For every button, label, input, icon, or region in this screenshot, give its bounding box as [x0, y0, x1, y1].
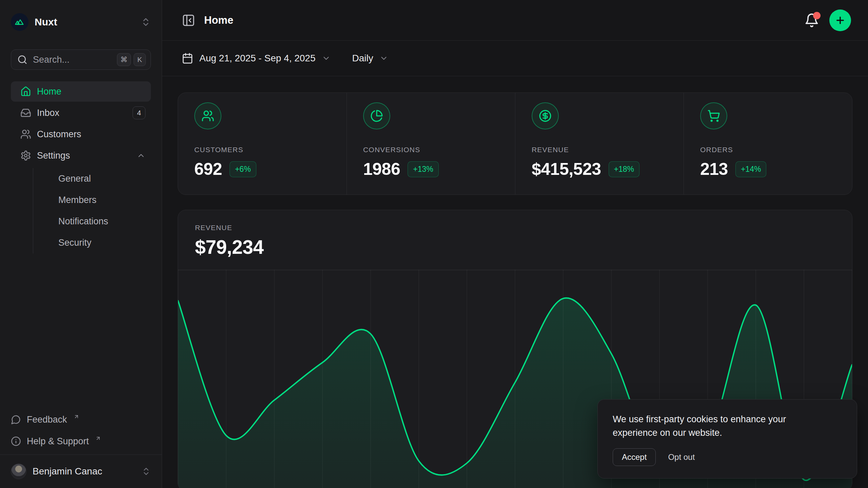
user-name: Benjamin Canac	[33, 466, 102, 477]
collapse-sidebar-icon[interactable]	[182, 14, 195, 27]
stat-label: CONVERSIONS	[363, 146, 499, 154]
users-icon	[20, 129, 31, 140]
cookie-actions: Accept Opt out	[613, 448, 842, 466]
stat-card-revenue[interactable]: REVENUE $415,523 +18%	[515, 93, 684, 195]
nuxt-logo	[11, 13, 28, 31]
granularity-value: Daily	[352, 53, 373, 64]
main-area: Home	[162, 0, 868, 488]
stat-delta-badge: +18%	[609, 161, 639, 177]
kbd-cmd: ⌘	[117, 53, 131, 66]
stat-value: 1986	[363, 159, 400, 179]
plus-icon	[835, 15, 846, 26]
stats-panel: CUSTOMERS 692 +6% CONVERSIONS 1986	[178, 93, 852, 195]
sidebar-nav: Home Inbox 4 C	[11, 81, 151, 253]
app-window: Nuxt Search... ⌘ K	[0, 0, 868, 488]
search-shortcut: ⌘ K	[117, 53, 146, 66]
stat-value: 692	[194, 159, 222, 179]
stat-card-conversions[interactable]: CONVERSIONS 1986 +13%	[347, 93, 515, 195]
granularity-select[interactable]: Daily	[352, 53, 388, 64]
kbd-k: K	[134, 53, 146, 66]
notifications-button[interactable]	[804, 13, 819, 28]
cookie-message: We use first-party cookies to enhance yo…	[613, 412, 813, 440]
sidebar-item-members[interactable]: Members	[33, 189, 151, 211]
chevrons-up-down-icon	[141, 17, 151, 27]
stat-value: $415,523	[532, 159, 601, 179]
calendar-icon	[182, 53, 193, 64]
sidebar: Nuxt Search... ⌘ K	[0, 0, 162, 488]
sidebar-spacer	[0, 253, 162, 410]
sidebar-item-settings[interactable]: Settings	[11, 145, 151, 166]
sidebar-item-label: Home	[37, 86, 61, 97]
search-placeholder: Search...	[33, 55, 70, 65]
home-icon	[20, 86, 31, 97]
unread-dot	[813, 12, 821, 19]
sidebar-item-notifications[interactable]: Notifications	[33, 211, 151, 232]
info-circle-icon	[11, 436, 21, 446]
dollar-circle-icon	[532, 102, 559, 129]
date-range-picker[interactable]: Aug 21, 2025 - Sep 4, 2025	[182, 53, 331, 64]
feedback-label: Feedback	[27, 414, 67, 425]
sidebar-item-customers[interactable]: Customers	[11, 124, 151, 144]
add-button[interactable]	[829, 9, 851, 31]
workspace-name: Nuxt	[35, 16, 57, 28]
external-link-icon	[74, 414, 79, 420]
page-title: Home	[204, 14, 233, 26]
sidebar-item-label: Inbox	[37, 108, 59, 118]
sidebar-item-security[interactable]: Security	[33, 232, 151, 253]
help-support-label: Help & Support	[27, 436, 89, 447]
stat-label: ORDERS	[700, 146, 836, 154]
message-bubble-icon	[11, 414, 21, 425]
stat-delta-badge: +6%	[230, 161, 256, 177]
chevron-up-icon	[137, 151, 145, 160]
user-menu[interactable]: Benjamin Canac	[11, 455, 151, 488]
chevron-down-icon	[322, 54, 331, 63]
accept-button[interactable]: Accept	[613, 448, 656, 466]
shopping-cart-icon	[700, 102, 727, 129]
opt-out-button[interactable]: Opt out	[666, 449, 697, 466]
stat-card-orders[interactable]: ORDERS 213 +14%	[684, 93, 852, 195]
workspace-switcher[interactable]: Nuxt	[11, 13, 151, 31]
cookie-banner: We use first-party cookies to enhance yo…	[597, 399, 857, 479]
revenue-chart-value: $79,234	[195, 236, 835, 258]
stat-delta-badge: +14%	[735, 161, 766, 177]
topbar-actions	[804, 9, 851, 31]
external-link-icon	[95, 435, 101, 441]
sidebar-footer: Feedback Help & Support	[11, 410, 151, 454]
date-range-value: Aug 21, 2025 - Sep 4, 2025	[199, 53, 316, 64]
stat-delta-badge: +13%	[408, 161, 438, 177]
stat-label: REVENUE	[532, 146, 667, 154]
stat-label: CUSTOMERS	[194, 146, 330, 154]
revenue-chart-header: REVENUE $79,234	[178, 210, 852, 258]
search-input[interactable]: Search... ⌘ K	[11, 49, 151, 70]
help-support-link[interactable]: Help & Support	[11, 431, 151, 451]
sidebar-item-inbox[interactable]: Inbox 4	[11, 103, 151, 123]
sidebar-item-general[interactable]: General	[33, 168, 151, 189]
search-icon	[17, 55, 27, 65]
chevron-down-icon	[379, 54, 388, 63]
inbox-count-badge: 4	[133, 106, 145, 119]
settings-subnav: General Members Notifications Security	[33, 168, 151, 253]
sidebar-item-label: Settings	[37, 150, 70, 161]
pie-chart-icon	[363, 102, 390, 129]
stat-card-customers[interactable]: CUSTOMERS 692 +6%	[178, 93, 347, 195]
inbox-icon	[20, 107, 31, 118]
gear-icon	[20, 150, 31, 161]
user-avatar	[11, 464, 26, 479]
feedback-link[interactable]: Feedback	[11, 410, 151, 429]
chevrons-up-down-icon	[141, 467, 151, 476]
revenue-chart-label: REVENUE	[195, 224, 835, 232]
sidebar-item-label: Customers	[37, 129, 81, 140]
filter-bar: Aug 21, 2025 - Sep 4, 2025 Daily	[162, 41, 868, 76]
users-icon	[194, 102, 221, 129]
topbar: Home	[162, 0, 868, 41]
sidebar-item-home[interactable]: Home	[11, 81, 151, 102]
stat-value: 213	[700, 159, 728, 179]
